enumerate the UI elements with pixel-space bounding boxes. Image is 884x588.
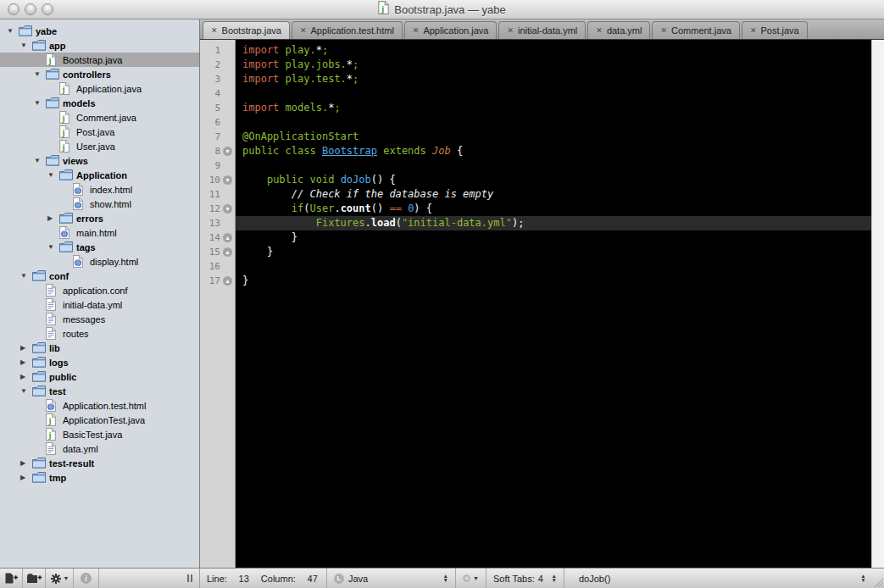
disclosure-closed-icon[interactable]: ▶: [20, 358, 32, 366]
code-line-4[interactable]: [236, 86, 871, 101]
tree-item-test-result[interactable]: ▶test-result: [0, 456, 199, 470]
titlebar[interactable]: j Bootstrap.java — yabe: [0, 0, 884, 19]
tree-item-basictest-java[interactable]: jBasicTest.java: [0, 427, 199, 441]
tab-close-icon[interactable]: ✕: [507, 27, 514, 35]
tree-item-initial-data-yml[interactable]: initial-data.yml: [0, 297, 199, 312]
tree-item-yabe[interactable]: ▼yabe: [0, 24, 199, 38]
fold-start-icon[interactable]: ▾: [223, 175, 232, 185]
disclosure-open-icon[interactable]: ▼: [20, 387, 32, 395]
tree-item-models[interactable]: ▼models: [0, 96, 199, 110]
disclosure-open-icon[interactable]: ▼: [34, 70, 46, 78]
tab-close-icon[interactable]: ✕: [300, 27, 307, 35]
tab-close-icon[interactable]: ✕: [596, 27, 603, 35]
code-line-15[interactable]: }: [236, 245, 871, 259]
tab-comment-java[interactable]: ✕Comment.java: [652, 21, 739, 39]
disclosure-open-icon[interactable]: ▼: [20, 272, 32, 280]
tree-item-application-test-html[interactable]: Application.test.html: [0, 398, 199, 413]
code-line-14[interactable]: }: [236, 230, 871, 245]
language-selector[interactable]: L Java ▲▼: [327, 569, 456, 588]
tab-close-icon[interactable]: ✕: [211, 27, 218, 35]
tab-application-java[interactable]: ✕Application.java: [404, 21, 498, 39]
code-line-1[interactable]: import play.*;: [236, 43, 871, 58]
disclosure-closed-icon[interactable]: ▶: [20, 459, 32, 467]
tree-item-test[interactable]: ▼test: [0, 384, 199, 398]
fold-end-icon[interactable]: ▴: [223, 276, 232, 286]
disclosure-open-icon[interactable]: ▼: [47, 243, 59, 251]
tree-item-data-yml[interactable]: data.yml: [0, 441, 199, 456]
tree-item-application-java[interactable]: jApplication.java: [0, 81, 199, 96]
disclosure-closed-icon[interactable]: ▶: [20, 373, 32, 380]
code-line-6[interactable]: [236, 115, 871, 130]
tree-item-errors[interactable]: ▶errors: [0, 211, 199, 225]
tree-item-display-html[interactable]: display.html: [0, 254, 199, 269]
tree-item-routes[interactable]: routes: [0, 326, 199, 341]
tree-item-lib[interactable]: ▶lib: [0, 341, 199, 355]
code-line-8[interactable]: public class Bootstrap extends Job {: [236, 144, 871, 158]
fold-end-icon[interactable]: ▴: [223, 233, 232, 242]
tab-initial-data-yml[interactable]: ✕initial-data.yml: [498, 21, 586, 39]
fold-start-icon[interactable]: ▾: [223, 204, 232, 214]
close-button[interactable]: [8, 3, 19, 15]
disclosure-closed-icon[interactable]: ▶: [20, 344, 32, 352]
tree-item-application-conf[interactable]: application.conf: [0, 283, 199, 297]
tree-item-bootstrap-java[interactable]: jBootstrap.java: [0, 53, 199, 67]
actions-menu-button[interactable]: ▼: [46, 569, 74, 588]
language-stepper[interactable]: ▲▼: [443, 574, 448, 582]
tree-item-index-html[interactable]: index.html: [0, 182, 199, 197]
tab-close-icon[interactable]: ✕: [660, 27, 667, 35]
disclosure-open-icon[interactable]: ▼: [34, 99, 46, 107]
tab-application-test-html[interactable]: ✕Application.test.html: [292, 21, 403, 39]
code-line-16[interactable]: [236, 259, 871, 274]
zoom-button[interactable]: [42, 3, 53, 15]
symbol-stepper[interactable]: ▲▼: [854, 569, 872, 588]
disclosure-open-icon[interactable]: ▼: [34, 157, 46, 164]
tree-item-app[interactable]: ▼app: [0, 38, 199, 53]
tab-bootstrap-java[interactable]: ✕Bootstrap.java: [203, 21, 290, 39]
code-line-9[interactable]: [236, 158, 871, 173]
code-line-2[interactable]: import play.jobs.*;: [236, 58, 871, 72]
minimize-button[interactable]: [25, 3, 36, 15]
tree-item-tmp[interactable]: ▶tmp: [0, 470, 199, 485]
tree-item-user-java[interactable]: jUser.java: [0, 139, 199, 153]
soft-tabs-stepper[interactable]: ▲▼: [552, 574, 557, 582]
tree-item-show-html[interactable]: show.html: [0, 197, 199, 211]
symbol-popup[interactable]: doJob(): [564, 569, 854, 588]
code-line-17[interactable]: }: [236, 274, 871, 288]
tree-item-tags[interactable]: ▼tags: [0, 240, 199, 254]
tree-item-conf[interactable]: ▼conf: [0, 269, 199, 283]
tree-item-logs[interactable]: ▶logs: [0, 355, 199, 369]
tab-post-java[interactable]: ✕Post.java: [742, 21, 808, 39]
tab-close-icon[interactable]: ✕: [750, 27, 757, 35]
disclosure-open-icon[interactable]: ▼: [7, 27, 19, 35]
code-line-12[interactable]: if(User.count() == 0) {: [236, 202, 871, 216]
bundle-actions-button[interactable]: ▼: [456, 569, 486, 588]
soft-tabs-selector[interactable]: Soft Tabs: 4 ▲▼: [486, 569, 564, 588]
new-file-button[interactable]: [0, 569, 23, 588]
code-line-7[interactable]: @OnApplicationStart: [236, 130, 871, 144]
code-line-13[interactable]: Fixtures.load("initial-data.yml");: [236, 216, 871, 230]
fold-start-icon[interactable]: ▾: [223, 147, 232, 156]
editor-scrollbar[interactable]: [871, 40, 884, 568]
drawer-resize-handle[interactable]: [187, 569, 192, 588]
window-resize-grip[interactable]: [872, 569, 884, 588]
code-line-5[interactable]: import models.*;: [236, 101, 871, 115]
tree-item-public[interactable]: ▶public: [0, 369, 199, 384]
new-folder-button[interactable]: [23, 569, 46, 588]
tree-item-main-html[interactable]: main.html: [0, 225, 199, 240]
info-button[interactable]: i: [74, 569, 99, 588]
disclosure-closed-icon[interactable]: ▶: [20, 474, 32, 481]
tree-item-views[interactable]: ▼views: [0, 153, 199, 168]
document-proxy-icon[interactable]: j: [378, 1, 389, 18]
tab-close-icon[interactable]: ✕: [413, 27, 420, 35]
tab-data-yml[interactable]: ✕data.yml: [587, 21, 650, 39]
code-area[interactable]: import play.*;import play.jobs.*;import …: [236, 40, 871, 568]
tree-item-application[interactable]: ▼Application: [0, 168, 199, 182]
code-line-11[interactable]: // Check if the database is empty: [236, 187, 871, 202]
fold-end-icon[interactable]: ▴: [223, 247, 232, 257]
tree-item-applicationtest-java[interactable]: jApplicationTest.java: [0, 413, 199, 427]
tree-item-post-java[interactable]: jPost.java: [0, 125, 199, 139]
disclosure-open-icon[interactable]: ▼: [20, 42, 32, 49]
tree-item-comment-java[interactable]: jComment.java: [0, 110, 199, 125]
code-line-10[interactable]: public void doJob() {: [236, 173, 871, 187]
editor[interactable]: 12345678▾910▾1112▾1314▴15▴1617▴ import p…: [200, 40, 884, 568]
